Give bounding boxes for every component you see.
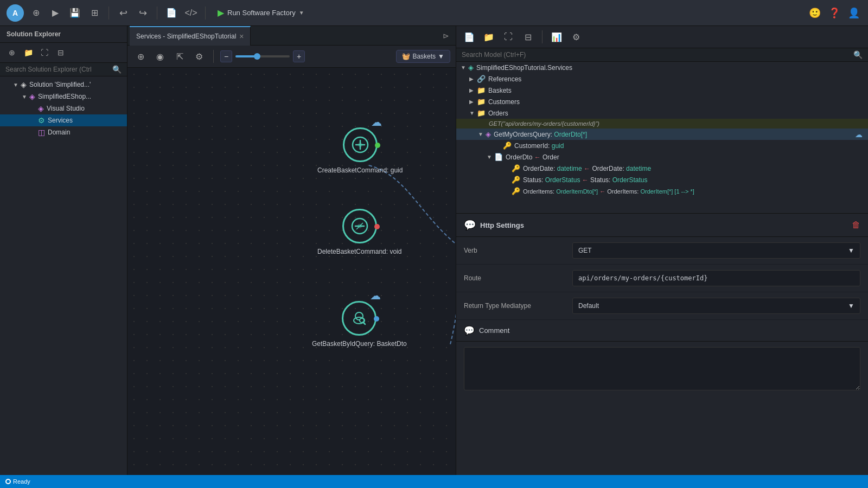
create-basket-icon bbox=[343, 127, 378, 162]
canvas-add-button[interactable]: ⊕ bbox=[133, 49, 148, 64]
forward-button[interactable]: ▶ bbox=[48, 5, 63, 21]
orders-folder-label: Orders bbox=[488, 110, 508, 117]
status-label: Status: OrderStatus ← Status: OrderStatu… bbox=[523, 176, 647, 184]
solution-label: Solution 'Simplified...' bbox=[29, 81, 91, 88]
zoom-in-button[interactable]: + bbox=[293, 50, 305, 62]
separator-2 bbox=[157, 7, 157, 20]
help-button[interactable]: ❓ bbox=[827, 5, 842, 21]
tab-bar: Services - SimplifiedEShopTutorial × ⊳ bbox=[127, 26, 456, 46]
mt-item-references[interactable]: ▶ 🔗 References bbox=[456, 73, 868, 85]
http-settings-delete-button[interactable]: 🗑 bbox=[852, 220, 860, 230]
rp-search-container: 🔍 bbox=[456, 48, 868, 62]
tab-pin-icon[interactable]: ⊳ bbox=[438, 31, 454, 40]
baskets-dropdown-button[interactable]: 🧺 Baskets ▼ bbox=[396, 50, 450, 63]
rp-expand-button[interactable]: ⛶ bbox=[501, 29, 516, 44]
get-basket-node[interactable]: ☁ GetBasketByIdQuery: BasketDto bbox=[312, 301, 407, 348]
orderdto-label: OrderDto ← Order bbox=[506, 153, 559, 161]
model-tree: ▼ ◈ SimplifiedEShopTutorial.Services ▶ 🔗… bbox=[456, 62, 868, 214]
delete-dot bbox=[374, 224, 380, 229]
zoom-slider[interactable] bbox=[235, 55, 290, 57]
run-software-factory-button[interactable]: ▶ Run Software Factory ▼ bbox=[212, 5, 310, 20]
rp-chart-button[interactable]: 📊 bbox=[549, 29, 564, 44]
zoom-control: − + bbox=[220, 50, 305, 62]
rp-search-icon: 🔍 bbox=[853, 50, 863, 59]
tree-item-services[interactable]: ⚙ Services bbox=[0, 114, 127, 126]
se-add-button[interactable]: ⊕ bbox=[5, 46, 18, 59]
tab-close-button[interactable]: × bbox=[239, 32, 244, 41]
se-expand-button[interactable]: ⛶ bbox=[38, 46, 51, 59]
zoom-out-button[interactable]: − bbox=[220, 50, 232, 62]
create-basket-node[interactable]: ☁ CreateBasketCommand: guid bbox=[317, 127, 403, 174]
save-button[interactable]: 💾 bbox=[67, 5, 82, 21]
mt-item-getmyorders[interactable]: ▼ ◈ GetMyOrdersQuery: OrderDto[*] ☁ bbox=[456, 129, 868, 140]
mt-item-customers[interactable]: ▶ 📁 Customers bbox=[456, 96, 868, 107]
return-type-field: Return Type Mediatype Default ▼ bbox=[456, 292, 868, 320]
mt-item-orderdto[interactable]: ▼ 📄 OrderDto ← Order bbox=[456, 151, 868, 163]
se-folder-button[interactable]: 📁 bbox=[22, 46, 35, 59]
canvas-navigate-button[interactable]: ⇱ bbox=[172, 49, 187, 64]
mt-item-status[interactable]: 🔑 Status: OrderStatus ← Status: OrderSta… bbox=[456, 174, 868, 185]
rp-settings-button[interactable]: ⚙ bbox=[569, 29, 584, 44]
return-type-select[interactable]: Default ▼ bbox=[572, 298, 860, 314]
se-search-input[interactable] bbox=[5, 66, 112, 73]
return-type-selected-value: Default bbox=[578, 302, 599, 310]
back-button[interactable]: ⊕ bbox=[28, 5, 43, 21]
se-collapse-button[interactable]: ⊟ bbox=[54, 46, 67, 59]
mt-item-baskets[interactable]: ▶ 📁 Baskets bbox=[456, 85, 868, 96]
domain-icon: ◫ bbox=[38, 128, 45, 137]
root-icon: ◈ bbox=[468, 63, 474, 72]
status-key-icon: 🔑 bbox=[512, 176, 520, 184]
customerid-key-icon: 🔑 bbox=[503, 142, 512, 150]
references-icon: 🔗 bbox=[477, 75, 486, 83]
rp-collapse-button[interactable]: ⊟ bbox=[520, 29, 535, 44]
verb-select[interactable]: GET ▼ bbox=[572, 242, 860, 259]
canvas-settings-button[interactable]: ⚙ bbox=[192, 49, 207, 64]
profile-button[interactable]: 👤 bbox=[846, 5, 861, 21]
mt-item-orderdate[interactable]: 🔑 OrderDate: datetime ← OrderDate: datet… bbox=[456, 163, 868, 174]
canvas[interactable]: ☁ CreateBasketCommand: guid DeleteBasket… bbox=[127, 68, 456, 475]
redo-button[interactable]: ↪ bbox=[135, 5, 150, 21]
verb-field: Verb GET ▼ bbox=[456, 237, 868, 265]
comment-textarea[interactable] bbox=[464, 347, 860, 390]
svg-point-1 bbox=[358, 143, 362, 147]
rp-folder-button[interactable]: 📁 bbox=[481, 29, 496, 44]
verb-selected-value: GET bbox=[578, 247, 592, 254]
delete-basket-node[interactable]: DeleteBasketCommand: void bbox=[317, 209, 401, 255]
emoji-button[interactable]: 🙂 bbox=[807, 5, 822, 21]
services-tab[interactable]: Services - SimplifiedEShopTutorial × bbox=[130, 26, 251, 46]
rp-document-button[interactable]: 📄 bbox=[462, 29, 477, 44]
topbar-right: 🙂 ❓ 👤 bbox=[807, 5, 861, 21]
mt-item-get-tooltip: GET("api/orders/my-orders/{customerId}") bbox=[456, 119, 868, 129]
getmyorders-icon: ◈ bbox=[486, 130, 491, 138]
document-button[interactable]: 📄 bbox=[164, 5, 179, 21]
orderdate-key-icon: 🔑 bbox=[512, 164, 520, 172]
tree-item-domain[interactable]: ◫ Domain bbox=[0, 126, 127, 138]
mt-item-orders[interactable]: ▼ 📁 Orders bbox=[456, 107, 868, 119]
canvas-separator bbox=[213, 50, 214, 63]
code-button[interactable]: </> bbox=[183, 5, 199, 21]
customers-folder-icon: 📁 bbox=[477, 98, 486, 106]
main-area: Solution Explorer ⊕ 📁 ⛶ ⊟ 🔍 ▼ ◈ Solution… bbox=[0, 26, 868, 475]
se-tree: ▼ ◈ Solution 'Simplified...' ▼ ◈ Simplif… bbox=[0, 76, 127, 475]
customerid-label: CustomerId: guid bbox=[514, 142, 564, 150]
right-panel: 📄 📁 ⛶ ⊟ 📊 ⚙ 🔍 ▼ ◈ SimplifiedEShopTutoria… bbox=[456, 26, 868, 475]
undo-button[interactable]: ↩ bbox=[116, 5, 131, 21]
mt-item-orderitems[interactable]: 🔑 OrderItems: OrderItemDto[*] ← OrderIte… bbox=[456, 185, 868, 197]
orderdto-icon: 📄 bbox=[494, 153, 503, 161]
save-all-button[interactable]: ⊞ bbox=[87, 5, 102, 21]
route-input[interactable] bbox=[572, 270, 860, 286]
separator-1 bbox=[108, 7, 109, 20]
http-settings-title: Http Settings bbox=[480, 221, 524, 229]
mt-item-customerid[interactable]: 🔑 CustomerId: guid bbox=[456, 140, 868, 151]
rp-search-input[interactable] bbox=[462, 51, 853, 59]
route-value bbox=[572, 270, 860, 286]
mt-item-root[interactable]: ▼ ◈ SimplifiedEShopTutorial.Services bbox=[456, 62, 868, 73]
run-label: Run Software Factory bbox=[227, 9, 296, 17]
verb-value: GET ▼ bbox=[572, 242, 860, 259]
root-label: SimplifiedEShopTutorial.Services bbox=[476, 64, 572, 72]
get-tooltip-text: GET("api/orders/my-orders/{customerId}") bbox=[489, 120, 599, 127]
tree-item-solution[interactable]: ▼ ◈ Solution 'Simplified...' bbox=[0, 79, 127, 91]
tree-item-visualstudio[interactable]: ◈ Visual Studio bbox=[0, 102, 127, 114]
tree-item-simplifiedeshop[interactable]: ▼ ◈ SimplifiedEShop... bbox=[0, 91, 127, 102]
canvas-select-button[interactable]: ◉ bbox=[152, 49, 168, 64]
